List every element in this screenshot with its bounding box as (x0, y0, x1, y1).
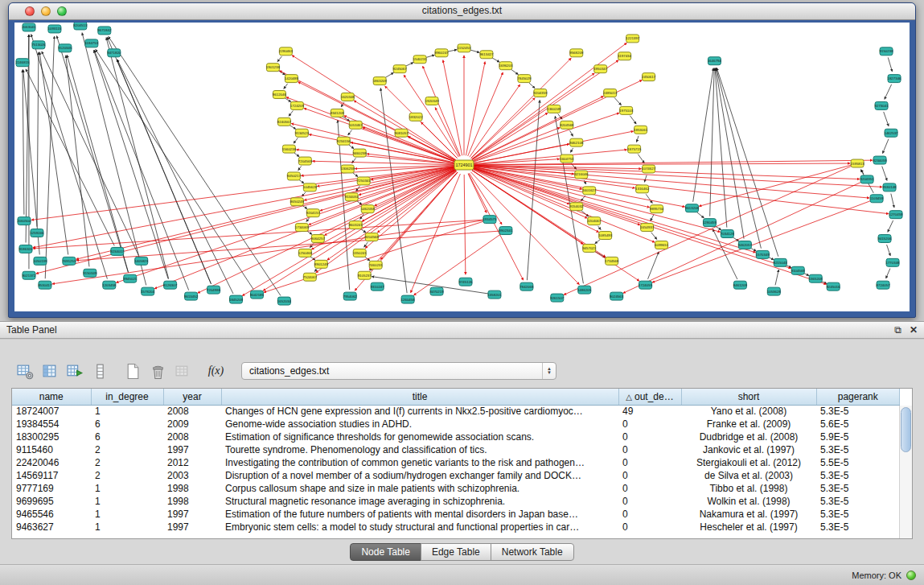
graph-node[interactable]: 1734568 (605, 257, 619, 265)
graph-node[interactable]: 9120345 (58, 44, 72, 52)
window-titlebar[interactable]: citations_edges.txt (9, 3, 915, 20)
graph-node[interactable]: 8724057 (877, 281, 891, 289)
graph-node[interactable]: 1462537 (885, 129, 899, 137)
graph-node[interactable]: 9945021 (123, 274, 138, 282)
graph-node[interactable]: 9341209 (331, 109, 345, 117)
graph-node[interactable]: 7954062 (343, 292, 358, 300)
import-table-icon[interactable] (172, 360, 194, 381)
graph-node[interactable]: 9081057 (395, 129, 409, 137)
graph-node[interactable]: 8215043 (774, 258, 788, 266)
graph-node[interactable]: 9042185 (250, 290, 265, 299)
column-header-name[interactable]: name (12, 389, 91, 405)
graph-node[interactable]: 9245016 (827, 282, 841, 290)
graph-node[interactable]: 1578204 (141, 287, 155, 295)
graph-node[interactable]: 8204568 (560, 121, 574, 129)
table-source-select[interactable]: citations_edges.txt ▲▼ (241, 362, 556, 380)
graph-node[interactable]: 9462057 (738, 241, 753, 249)
graph-node[interactable]: 1654937 (640, 224, 655, 232)
graph-node[interactable]: 1975103 (619, 106, 634, 114)
graph-node[interactable]: 9150238 (880, 47, 894, 56)
graph-node[interactable]: 1050139 (33, 257, 47, 265)
graph-node[interactable]: 2485013 (603, 89, 618, 97)
graph-node[interactable]: 1845209 (229, 295, 244, 303)
graph-node[interactable]: 9104569 (791, 266, 806, 274)
graph-node[interactable]: 8126307 (163, 281, 178, 289)
table-row[interactable]: 946362711997Embryonic stem cells: a mode… (12, 521, 900, 534)
graph-node[interactable]: 9204359 (533, 89, 548, 97)
table-mode-icon[interactable] (14, 360, 36, 381)
graph-node[interactable]: 9462108 (569, 138, 584, 146)
graph-node[interactable]: 2060504 (17, 217, 31, 225)
graph-node[interactable]: 9460238 (353, 149, 368, 157)
close-panel-icon[interactable]: ✕ (910, 325, 918, 335)
graph-node[interactable]: 1270459 (889, 211, 903, 219)
graph-node[interactable]: 1875715 (627, 145, 642, 153)
graph-node[interactable]: 1260458 (401, 295, 416, 303)
graph-node[interactable]: 9902341 (499, 227, 513, 235)
graph-node[interactable]: 9457021 (582, 244, 597, 252)
table-row[interactable]: 1456911722003Disruption of a novel membe… (12, 469, 900, 482)
network-canvas[interactable]: 2063041109311582045139671842751302691203… (14, 23, 910, 311)
graph-node[interactable]: 1365208 (809, 274, 823, 282)
graph-node[interactable]: 1604753 (560, 154, 574, 163)
function-builder-icon[interactable]: f(x) (205, 360, 227, 381)
graph-node[interactable]: 1093115 (48, 25, 62, 33)
graph-node[interactable]: 1045628 (303, 183, 318, 192)
graph-node[interactable]: 1620348 (341, 93, 355, 101)
graph-node[interactable]: 1724055 (639, 281, 653, 289)
column-header-year[interactable]: year (163, 389, 221, 405)
graph-node[interactable]: 1901238 (266, 64, 281, 72)
graph-node[interactable]: 8650249 (290, 198, 305, 206)
graph-node[interactable]: 1486205 (577, 286, 592, 294)
graph-node[interactable]: 9310247 (371, 282, 385, 290)
graph-node[interactable]: 9261507 (550, 294, 565, 302)
graph-node[interactable]: 9024563 (610, 292, 624, 300)
zoom-button[interactable] (57, 6, 67, 16)
table-row[interactable]: 911546021997Tourette syndrome. Phenomeno… (12, 443, 900, 456)
graph-node[interactable]: 1085493 (598, 232, 613, 240)
graph-node[interactable]: 9234017 (110, 247, 125, 255)
table-row[interactable]: 2242004622012Investigating the contribut… (12, 456, 900, 469)
new-table-icon[interactable] (122, 360, 144, 381)
tab-node-table[interactable]: Node Table (350, 543, 421, 561)
graph-node[interactable]: 8204513 (73, 23, 88, 30)
graph-node[interactable]: 1197434 (618, 52, 631, 60)
graph-node[interactable]: 1074627 (642, 165, 656, 173)
graph-node[interactable]: 1405823 (134, 257, 149, 265)
graph-node[interactable]: 7250341 (357, 177, 372, 185)
graph-node[interactable]: 1152453 (458, 44, 471, 52)
graph-node[interactable]: 1652034 (277, 297, 292, 305)
graph-node[interactable]: 7460231 (369, 261, 384, 269)
graph-node[interactable]: 1853061 (634, 126, 648, 134)
graph-node[interactable]: 8960247 (435, 49, 450, 57)
graph-node[interactable]: 2204067 (587, 217, 602, 225)
graph-node[interactable]: 1934575 (483, 216, 497, 224)
graph-node[interactable]: 8470219 (430, 287, 445, 295)
graph-node[interactable]: 1053628 (767, 287, 782, 295)
graph-node[interactable]: 1462058 (361, 205, 376, 213)
graph-node[interactable]: 1696203 (499, 62, 513, 70)
column-header-out_de[interactable]: △out_de… (618, 389, 681, 405)
graph-node[interactable]: 1724209 (290, 101, 305, 109)
graph-node[interactable]: 9134051 (345, 193, 359, 201)
graph-node[interactable]: 8530417 (38, 281, 52, 289)
graph-node[interactable]: 9613452 (184, 292, 199, 300)
graph-node[interactable]: 8603241 (349, 221, 363, 229)
tab-network-table[interactable]: Network Table (491, 543, 574, 561)
graph-node[interactable]: 2063041 (22, 23, 36, 31)
graph-node[interactable]: 9245067 (393, 65, 408, 73)
graph-node[interactable]: 1280459 (703, 219, 717, 227)
table-row[interactable]: 1938455462009Genome-wide association stu… (12, 418, 900, 431)
graph-node[interactable]: 7204569 (298, 157, 313, 165)
column-header-pagerank[interactable]: pagerank (816, 389, 900, 405)
graph-node[interactable]: 9204157 (306, 209, 321, 217)
graph-node[interactable]: 1570349 (756, 250, 770, 258)
graph-node[interactable]: 9612046 (273, 91, 287, 99)
graph-node[interactable]: 1601627 (582, 187, 597, 195)
graph-node[interactable]: 1827346 (887, 75, 901, 83)
graph-node[interactable]: 1770348 (885, 258, 900, 266)
graph-node[interactable]: 1540231 (413, 56, 428, 64)
graph-node[interactable]: 9745126 (458, 278, 473, 286)
graph-node[interactable]: 2280463 (279, 47, 294, 56)
graph-node[interactable]: 2246815 (15, 59, 30, 67)
